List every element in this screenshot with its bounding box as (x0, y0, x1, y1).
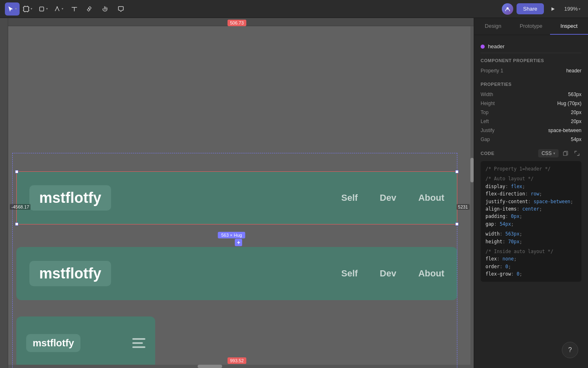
code-display-val: flex (511, 184, 522, 189)
play-button[interactable] (547, 3, 559, 15)
prop-justify: Justify space-between (481, 126, 581, 135)
code-expand-button[interactable] (572, 149, 581, 158)
right-panel: Design Prototype Inspect header Componen… (474, 18, 588, 368)
code-header: Code CSS ▾ (481, 149, 581, 158)
text-tool[interactable] (67, 2, 82, 16)
help-button[interactable]: ? (562, 342, 578, 358)
main-area: 506.73 993.52 -4568.17 5231 mstflotfy (0, 18, 588, 368)
zoom-control[interactable]: 199% ▾ (562, 4, 583, 13)
code-gap-prop: gap (486, 221, 494, 227)
header-component-selected[interactable] (16, 171, 457, 224)
section-properties: Properties (481, 82, 581, 87)
canvas-scrollbar-vertical[interactable] (470, 18, 474, 368)
component-tool[interactable] (82, 2, 97, 16)
header-component-wrapper-2[interactable]: mstflotfy Self Dev About (16, 247, 457, 300)
resize-handle-bl[interactable] (15, 222, 18, 226)
nav-links-2: Self Dev About (341, 268, 444, 279)
code-flexdir-val: row (531, 191, 539, 197)
code-padding-prop: padding (486, 213, 505, 219)
header-component-3: mstflotfy (16, 316, 155, 368)
prop-justify-value: space-between (548, 128, 581, 133)
add-component-icon[interactable]: + (235, 239, 242, 246)
prop-gap: Gap 54px (481, 135, 581, 144)
prop-top: Top 20px (481, 108, 581, 117)
code-actions (561, 149, 581, 158)
header-component-wrapper-3[interactable]: mstflotfy (16, 316, 155, 368)
hand-tool[interactable] (98, 2, 113, 16)
prop-top-value: 20px (571, 110, 581, 115)
code-gap-val: 54px (500, 221, 511, 227)
ruler-vertical (0, 18, 8, 368)
prop-gap-label: Gap (481, 137, 490, 142)
prop-left-value: 20px (571, 119, 581, 124)
panel-tabs: Design Prototype Inspect (474, 18, 588, 35)
svg-rect-12 (564, 152, 567, 156)
component-dot (481, 45, 485, 49)
ruler-top-label: 506.73 (227, 20, 246, 26)
code-align-prop: align-items (486, 206, 517, 212)
pen-tool[interactable]: ▾ (51, 2, 66, 16)
code-justify-prop: justify-content (486, 199, 528, 204)
code-line-comment-2: /* Auto layout */ (486, 176, 534, 182)
svg-point-10 (56, 6, 58, 7)
hamburger-line-1 (132, 338, 145, 340)
svg-rect-0 (24, 7, 29, 11)
select-tool[interactable]: ▾ (5, 2, 20, 16)
prop-height-label: Height (481, 101, 495, 106)
tab-prototype[interactable]: Prototype (512, 18, 550, 35)
nav-dev-2: Dev (380, 268, 396, 279)
code-height-val: 70px (508, 239, 519, 245)
prop-gap-value: 54px (571, 137, 581, 142)
prop-property1-value: header (566, 68, 581, 74)
scrollbar-v-thumb[interactable] (470, 158, 474, 182)
code-width-prop: width (486, 231, 500, 237)
prop-property1: Property 1 header (481, 66, 581, 75)
tab-design[interactable]: Design (474, 18, 512, 35)
resize-handle-tl[interactable] (15, 170, 18, 173)
code-language-select[interactable]: CSS ▾ (538, 149, 559, 157)
nav-self-2: Self (341, 268, 358, 279)
zoom-caret: ▾ (579, 7, 581, 11)
canvas-scrollbar-horizontal[interactable] (0, 365, 470, 368)
code-width-val: 563px (505, 231, 519, 237)
tab-inspect[interactable]: Inspect (550, 18, 588, 35)
prop-width-label: Width (481, 92, 493, 97)
resize-handle-br[interactable] (455, 222, 459, 226)
shape-tool[interactable]: ▾ (36, 2, 51, 16)
code-order-prop: order (486, 264, 500, 269)
code-language-label: CSS (541, 150, 552, 156)
code-display-prop: display (486, 184, 505, 189)
prop-height-value: Hug (70px) (557, 101, 581, 106)
code-flexdir-prop: flex-direction (486, 191, 525, 197)
code-line-comment-3: /* Inside auto layout */ (486, 249, 553, 254)
prop-width: Width 563px (481, 90, 581, 99)
header-component-2: mstflotfy Self Dev About (16, 247, 457, 300)
hamburger-line-2 (132, 342, 143, 344)
code-flex-val: none (503, 256, 514, 262)
hamburger-line-3 (132, 346, 145, 348)
toolbar-tools: ▾ ▾ ▾ ▾ (5, 2, 128, 16)
coord-right-label: 5231 (457, 204, 470, 210)
share-button[interactable]: Share (517, 3, 544, 14)
code-line-comment-1: /* Property 1=header */ (486, 166, 550, 172)
zoom-level: 199% (564, 6, 578, 12)
prop-width-value: 563px (568, 92, 581, 97)
frame-tool[interactable]: ▾ (20, 2, 35, 16)
component-indicator: header (481, 40, 581, 53)
prop-left: Left 20px (481, 117, 581, 126)
toolbar: ▾ ▾ ▾ ▾ (0, 0, 588, 18)
logo-2: mstflotfy (29, 261, 111, 286)
resize-handle-tr[interactable] (455, 170, 459, 173)
section-component-properties: Component properties (481, 58, 581, 63)
user-avatar[interactable] (502, 3, 513, 15)
code-align-val: center (522, 206, 539, 212)
ruler-bottom-label: 993.52 (227, 357, 246, 364)
code-copy-button[interactable] (561, 149, 570, 158)
header-component-wrapper-1[interactable]: mstflotfy Self Dev About (16, 171, 457, 224)
code-flex-prop: flex (486, 256, 497, 262)
component-name: header (488, 43, 504, 49)
prop-top-label: Top (481, 110, 488, 115)
scrollbar-h-thumb[interactable] (198, 365, 222, 368)
comment-tool[interactable] (114, 2, 128, 16)
canvas[interactable]: 506.73 993.52 -4568.17 5231 mstflotfy (0, 18, 474, 368)
